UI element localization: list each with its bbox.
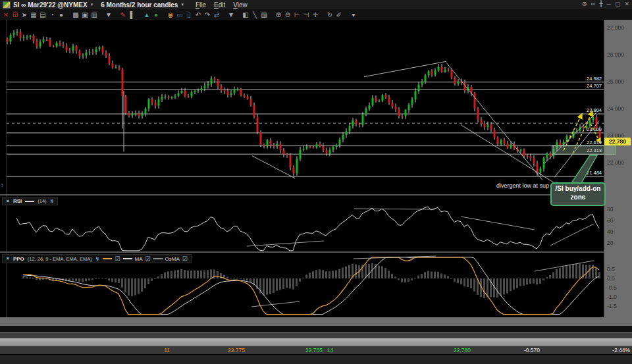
layout-icon[interactable]: ▥ (90, 10, 99, 20)
osma-bar (230, 278, 232, 278)
volume-icon[interactable]: ▌ (128, 10, 137, 20)
time-scrollbar[interactable] (0, 326, 632, 332)
tile-windows-icon[interactable]: ▩ (71, 10, 80, 20)
rsi-trendline (461, 217, 535, 230)
close-chart-icon[interactable]: ✕ (1, 10, 11, 20)
grid-icon[interactable]: ▦ (29, 10, 38, 20)
pointer-icon[interactable]: ➤ (20, 10, 29, 20)
menu-bar: FileEditView (196, 1, 248, 9)
candle-body (207, 84, 209, 86)
area-chart-icon[interactable]: ▲ (142, 10, 151, 20)
menu-edit[interactable]: Edit (214, 1, 225, 9)
price-tick: 25.000 (607, 78, 624, 85)
scale-reset-icon[interactable]: ↕ (1, 182, 3, 188)
candle-body (181, 91, 183, 93)
crosshair-icon[interactable]: ✛ (311, 10, 320, 20)
pin-icon[interactable]: ╂ (599, 1, 602, 7)
minimize-icon[interactable]: ─ (607, 1, 611, 7)
target-icon[interactable]: ◉ (166, 10, 175, 20)
more-dropdown-icon[interactable]: ▾ (349, 10, 358, 20)
timeframe-title[interactable]: 6 Months/2 hour candles (101, 1, 178, 9)
osma-bar (523, 278, 525, 286)
legend-checkbox[interactable]: ☑ (145, 255, 151, 262)
expand-right-icon[interactable]: ⊣ (302, 10, 311, 20)
pane-divider[interactable] (0, 194, 604, 195)
quote-change: -0.570 (524, 347, 540, 354)
zoom-out-icon[interactable]: ⊖ (283, 10, 292, 20)
candle-body (497, 138, 499, 144)
pie-icon[interactable]: ◔ (47, 10, 57, 20)
price-chart[interactable] (0, 20, 604, 195)
tools-dropdown-icon[interactable]: ▼ (226, 10, 236, 20)
candle-body (303, 149, 305, 150)
zoom-in-icon[interactable]: ⊕ (274, 10, 283, 20)
candle-body (583, 127, 585, 128)
candle-body (520, 149, 522, 151)
menu-file[interactable]: File (196, 1, 206, 9)
rsi-close-icon[interactable]: ✕ (6, 199, 10, 204)
candle-body (168, 97, 170, 98)
buy-zone-callout[interactable]: /SI buy/add-on zone (550, 182, 606, 206)
candle-body (69, 51, 71, 51)
new-chart-icon[interactable]: ▣ (80, 10, 90, 20)
timeframe-dropdown-icon[interactable]: ▾ (181, 2, 184, 7)
osma-bar (243, 278, 245, 280)
osma-bar (556, 269, 558, 278)
legend-checkbox[interactable]: ☑ (182, 255, 188, 262)
legend-line-sample (103, 258, 112, 259)
candle-body (178, 93, 180, 96)
ppo-close-icon[interactable]: ✕ (6, 256, 10, 261)
globe-icon[interactable]: ● (151, 10, 161, 20)
candle-body (118, 67, 120, 69)
info-box-icon[interactable]: ▯ (184, 10, 194, 20)
pane-divider[interactable] (0, 251, 604, 253)
symbol-title[interactable]: SI ∞ Mar29'22 @NYMEX (13, 1, 88, 9)
undo-icon[interactable]: ↶ (194, 10, 203, 20)
osma-bar (236, 278, 238, 278)
restore-icon[interactable]: ▢ (615, 1, 621, 7)
osma-bar (128, 278, 130, 296)
trendline-tool-icon[interactable]: ╲ (250, 10, 259, 20)
osma-bar (444, 274, 446, 278)
legend-label: OsMA (165, 256, 180, 262)
pattern-tool-icon[interactable]: ▨ (259, 10, 269, 20)
interval-dropdown-icon[interactable]: ▼ (104, 10, 113, 20)
price-axis[interactable] (604, 20, 632, 317)
draw-pointer-icon[interactable]: ✐ (334, 10, 344, 20)
legend-checkbox[interactable]: ☑ (115, 255, 120, 262)
callout-tool-icon[interactable]: ▭ (175, 10, 184, 20)
swap-icon[interactable]: ⇄ (212, 10, 221, 20)
osma-bar (329, 271, 330, 278)
print-icon[interactable]: ▤ (38, 10, 47, 20)
osma-bar (250, 278, 251, 282)
settings-icon[interactable]: ⚙ (582, 1, 587, 7)
candle-body (263, 145, 265, 146)
candle-body (415, 91, 417, 99)
rsi-edit-icon[interactable]: ↯ (50, 198, 55, 204)
menu-view[interactable]: View (233, 1, 248, 9)
osma-bar (88, 278, 90, 280)
circle-tool-icon[interactable]: ● (57, 10, 66, 20)
candle-body (191, 92, 193, 97)
osma-bar (332, 271, 334, 278)
osma-bar (157, 276, 159, 278)
close-icon[interactable]: ✕ (624, 1, 629, 7)
status-bar (0, 354, 632, 364)
price-level-tag: 23.100 (587, 126, 602, 132)
ppo-tick: 0.0 (607, 275, 615, 282)
refresh-icon[interactable]: ↻ (325, 10, 334, 20)
candle-body (523, 149, 525, 156)
symbol-dropdown-icon[interactable]: ▾ (91, 2, 93, 7)
annotate-icon[interactable]: ✎ (118, 10, 128, 20)
symbol-search-icon[interactable]: ⊞ (11, 10, 20, 20)
expand-left-icon[interactable]: ⊢ (292, 10, 302, 20)
candle-body (270, 140, 272, 145)
split-panel-icon[interactable]: ◧ (241, 10, 250, 20)
osma-bar (394, 276, 396, 278)
date-axis[interactable]: Jul 5Jul 19Aug 2Aug 16Aug 30Sep 13Sep 27… (0, 317, 632, 326)
candle-body (49, 39, 51, 45)
ppo-edit-icon[interactable]: ↯ (95, 256, 100, 262)
link-icon[interactable]: ∞ (591, 1, 595, 7)
rsi-chart[interactable] (0, 195, 604, 252)
redo-icon[interactable]: ↷ (203, 10, 212, 20)
